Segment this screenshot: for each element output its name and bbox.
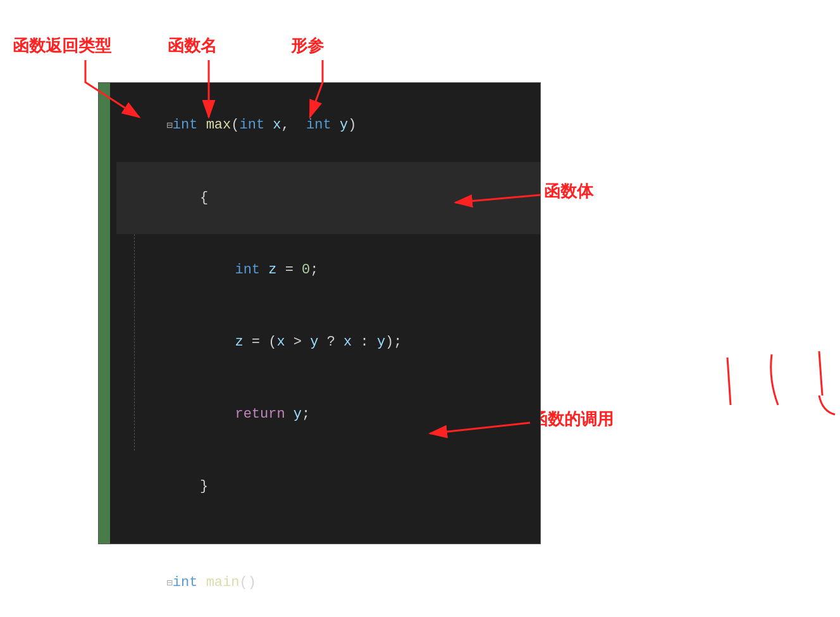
- code-content: ⊟int max(int x, int y) { int z = 0; z = …: [110, 83, 540, 544]
- code-line-8: ⊟int main(): [116, 547, 540, 617]
- function-body-label: 函数体: [544, 180, 593, 203]
- code-line-2: {: [116, 162, 540, 234]
- scribble-line-2: [819, 351, 822, 396]
- param-label: 形参: [291, 35, 324, 57]
- code-line-4: z = (x > y ? x : y);: [135, 306, 540, 378]
- editor-gutter: [99, 83, 110, 544]
- code-line-6: }: [116, 451, 540, 523]
- code-line-spacer: [116, 523, 540, 547]
- scribble-line-1: [727, 358, 731, 405]
- scribble-curve-1: [771, 354, 778, 405]
- scribble-curve-2: [819, 396, 835, 414]
- code-line-5: return y;: [135, 378, 540, 451]
- function-call-label: 函数的调用: [531, 408, 614, 430]
- code-editor: ⊟int max(int x, int y) { int z = 0; z = …: [98, 82, 541, 544]
- function-name-label: 函数名: [168, 35, 217, 57]
- code-line-1: ⊟int max(int x, int y): [116, 89, 540, 162]
- return-type-label: 函数返回类型: [13, 35, 111, 57]
- code-line-3: int z = 0;: [135, 234, 540, 306]
